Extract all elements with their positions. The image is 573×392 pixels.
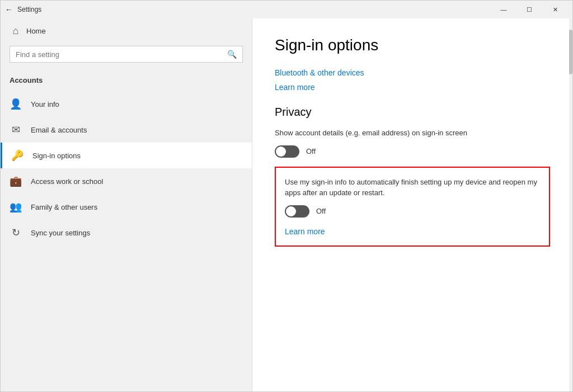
learn-more-1-link[interactable]: Learn more — [275, 83, 315, 92]
search-icon: 🔍 — [227, 50, 237, 59]
sign-in-options-label: Sign-in options — [32, 152, 81, 160]
sign-in-icon: 🔑 — [11, 149, 24, 162]
home-label: Home — [26, 27, 46, 35]
setting1-description: Show account details (e.g. email address… — [275, 127, 550, 139]
family-users-label: Family & other users — [31, 203, 97, 211]
setting2-highlighted-box: Use my sign-in info to automatically fin… — [275, 167, 550, 247]
bluetooth-link[interactable]: Bluetooth & other devices — [275, 68, 364, 77]
close-button[interactable]: ✕ — [542, 1, 568, 18]
your-info-label: Your info — [31, 100, 59, 108]
titlebar-title: Settings — [17, 6, 41, 13]
sync-settings-label: Sync your settings — [31, 229, 90, 237]
family-icon: 👥 — [10, 201, 22, 213]
sidebar-item-your-info[interactable]: 👤 Your info — [1, 91, 252, 117]
maximize-button[interactable]: ☐ — [516, 1, 542, 18]
sidebar: ⌂ Home 🔍 Accounts 👤 Your info ✉ Email & … — [1, 18, 252, 391]
work-icon: 💼 — [10, 175, 22, 187]
learn-more-1-row: Learn more — [275, 82, 550, 92]
back-arrow-icon[interactable]: ← — [5, 5, 13, 14]
sync-icon: ↻ — [10, 226, 22, 239]
minimize-button[interactable]: — — [491, 1, 516, 18]
bluetooth-link-row: Bluetooth & other devices — [275, 68, 550, 78]
toggle2-thumb — [286, 206, 296, 216]
your-info-icon: 👤 — [10, 98, 22, 110]
scrollbar-thumb — [569, 30, 572, 74]
setting2-description: Use my sign-in info to automatically fin… — [285, 177, 540, 199]
access-work-label: Access work or school — [31, 177, 103, 186]
email-accounts-label: Email & accounts — [31, 126, 87, 134]
sidebar-item-email-accounts[interactable]: ✉ Email & accounts — [1, 117, 252, 143]
accounts-section-label: Accounts — [1, 72, 252, 91]
page-title: Sign-in options — [275, 36, 550, 54]
toggle1-thumb — [276, 147, 286, 157]
setting2-toggle[interactable] — [285, 205, 309, 218]
search-input[interactable] — [16, 50, 227, 59]
home-icon: ⌂ — [10, 25, 22, 37]
sidebar-item-family-users[interactable]: 👥 Family & other users — [1, 194, 252, 220]
sidebar-item-sign-in-options[interactable]: 🔑 Sign-in options — [1, 143, 252, 168]
sidebar-item-access-work[interactable]: 💼 Access work or school — [1, 168, 252, 194]
titlebar: ← Settings — ☐ ✕ — [1, 1, 572, 18]
setting1-container: Show account details (e.g. email address… — [275, 127, 550, 158]
scrollbar[interactable] — [569, 18, 572, 391]
toggle1-track — [275, 145, 299, 158]
main-panel: Sign-in options Bluetooth & other device… — [252, 18, 572, 391]
privacy-section-title: Privacy — [275, 106, 550, 119]
learn-more-2-link[interactable]: Learn more — [285, 227, 325, 236]
settings-window: ← Settings — ☐ ✕ ⌂ Home 🔍 Accounts — [0, 0, 573, 392]
setting1-toggle[interactable] — [275, 145, 299, 158]
titlebar-controls: — ☐ ✕ — [491, 1, 568, 18]
setting2-toggle-label: Off — [316, 207, 326, 215]
search-box[interactable]: 🔍 — [10, 46, 243, 63]
sidebar-back[interactable]: ⌂ Home — [1, 18, 252, 44]
setting1-toggle-row: Off — [275, 145, 550, 158]
titlebar-left: ← Settings — [5, 5, 41, 14]
sidebar-item-sync-settings[interactable]: ↻ Sync your settings — [1, 220, 252, 245]
setting2-toggle-row: Off — [285, 205, 540, 218]
setting1-toggle-label: Off — [306, 147, 316, 155]
content-area: ⌂ Home 🔍 Accounts 👤 Your info ✉ Email & … — [1, 18, 572, 391]
email-icon: ✉ — [10, 124, 22, 136]
toggle2-track — [285, 205, 309, 218]
